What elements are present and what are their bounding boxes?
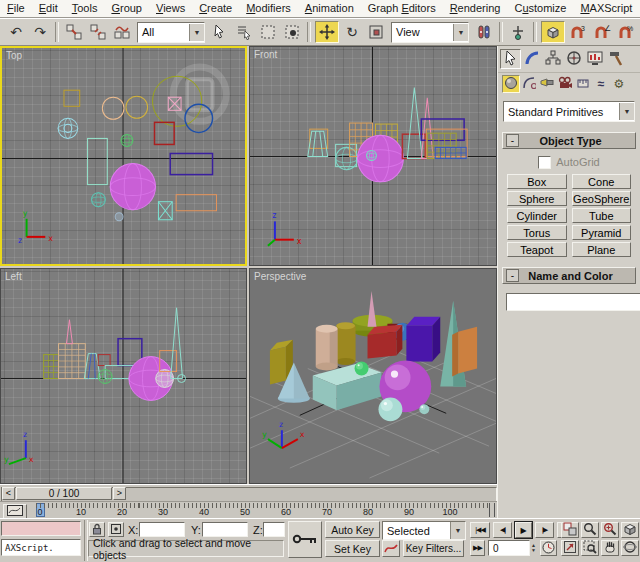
maxscript-mini-listener[interactable]: AXScript. (1, 539, 81, 556)
use-center-flyout-button[interactable] (473, 21, 495, 43)
zoom-extents-all-button[interactable] (561, 522, 579, 538)
viewport-top[interactable]: Top yxz (0, 46, 247, 266)
cylinder-button[interactable]: Cylinder (507, 208, 567, 223)
viewport-left-label[interactable]: Left (5, 271, 22, 282)
key-mode-dropdown[interactable]: Selected ▼ (382, 521, 466, 540)
tube-button[interactable]: Tube (572, 208, 632, 223)
name-and-color-rollout-header[interactable]: - Name and Color (502, 267, 636, 284)
menu-customize[interactable]: Customize (507, 1, 573, 16)
selection-filter-dropdown[interactable]: All ▼ (137, 22, 205, 43)
zoom-extents-button[interactable] (621, 522, 639, 538)
tab-utilities[interactable] (605, 49, 626, 69)
macro-recorder-field[interactable] (1, 521, 81, 536)
viewport-left[interactable]: Left zyx (0, 268, 247, 484)
category-lights[interactable] (538, 75, 556, 93)
redo-button[interactable]: ↷ (29, 21, 51, 43)
select-and-link-button[interactable] (63, 21, 85, 43)
goto-start-button[interactable]: |◀◀ (470, 522, 490, 538)
category-cameras[interactable] (556, 75, 574, 93)
track-bar-ruler[interactable]: 0102030405060708090100 (30, 502, 495, 519)
y-coordinate-field[interactable] (202, 522, 248, 537)
undo-button[interactable]: ↶ (5, 21, 27, 43)
dropdown-arrow-icon[interactable]: ▼ (453, 24, 468, 41)
z-coordinate-field[interactable] (263, 522, 285, 537)
zoom-button[interactable] (581, 522, 599, 538)
category-helpers[interactable] (574, 75, 592, 93)
viewport-top-label[interactable]: Top (6, 50, 22, 61)
object-type-rollout-header[interactable]: - Object Type (502, 132, 636, 149)
select-and-rotate-button[interactable]: ↻ (341, 21, 363, 43)
menu-create[interactable]: Create (192, 1, 239, 16)
viewport-front[interactable]: Front zx (249, 46, 497, 266)
set-key-button[interactable]: Set Key (325, 540, 380, 557)
play-button[interactable]: ▶ (515, 522, 532, 538)
x-coordinate-field[interactable] (139, 522, 185, 537)
zoom-all-button[interactable] (601, 522, 619, 538)
percent-snap-toggle-button[interactable]: % (615, 21, 637, 43)
menu-views[interactable]: Views (149, 1, 192, 16)
viewport-perspective-label[interactable]: Perspective (254, 271, 306, 282)
select-and-manipulate-button[interactable] (507, 21, 529, 43)
auto-key-button[interactable]: Auto Key (325, 521, 380, 538)
window-crossing-toggle-button[interactable] (281, 21, 303, 43)
viewport-front-label[interactable]: Front (254, 49, 277, 60)
category-shapes[interactable] (520, 75, 538, 93)
menu-file[interactable]: File (0, 1, 32, 16)
time-configuration-button[interactable] (540, 540, 557, 556)
key-filters-button[interactable]: Key Filters... (403, 540, 464, 557)
angle-snap-toggle-button[interactable]: ∠ (591, 21, 613, 43)
menu-tools[interactable]: Tools (65, 1, 105, 16)
tab-hierarchy[interactable] (542, 49, 563, 69)
tab-modify[interactable] (521, 49, 542, 69)
unlink-selection-button[interactable] (87, 21, 109, 43)
menu-modifiers[interactable]: Modifiers (239, 1, 298, 16)
dropdown-arrow-icon[interactable]: ▼ (450, 522, 465, 539)
box-button[interactable]: Box (507, 174, 567, 189)
object-name-input[interactable] (506, 293, 640, 311)
geosphere-button[interactable]: GeoSphere (572, 191, 632, 206)
select-object-button[interactable] (209, 21, 231, 43)
tab-motion[interactable] (563, 49, 584, 69)
time-slider-next-button[interactable]: > (113, 487, 126, 500)
mini-curve-editor-button[interactable] (3, 504, 27, 519)
pyramid-button[interactable]: Pyramid (572, 225, 632, 240)
region-zoom-button[interactable] (581, 540, 599, 556)
dropdown-arrow-icon[interactable]: ▼ (189, 24, 204, 41)
absolute-offset-toggle[interactable] (108, 522, 124, 537)
default-tangent-button[interactable] (382, 540, 400, 557)
dropdown-arrow-icon[interactable]: ▼ (619, 103, 634, 120)
pan-button[interactable] (601, 540, 619, 556)
select-by-name-button[interactable] (233, 21, 255, 43)
category-spacewarps[interactable]: ≈ (592, 75, 610, 93)
rectangular-selection-region-button[interactable] (257, 21, 279, 43)
torus-button[interactable]: Torus (507, 225, 567, 240)
viewport-perspective[interactable]: Perspective zyx (249, 268, 497, 484)
plane-button[interactable]: Plane (572, 242, 632, 257)
menu-group[interactable]: Group (104, 1, 149, 16)
select-and-move-button[interactable] (315, 21, 339, 43)
teapot-button[interactable]: Teapot (507, 242, 567, 257)
menu-graph-editors[interactable]: Graph Editors (361, 1, 443, 16)
frame-spinner[interactable]: ▲▼ (531, 540, 536, 556)
time-slider-handle[interactable]: 0 / 100 (16, 487, 112, 500)
select-and-scale-button[interactable] (365, 21, 387, 43)
menu-animation[interactable]: Animation (298, 1, 361, 16)
min-max-toggle-button[interactable] (561, 540, 579, 556)
category-systems[interactable]: ⚙ (610, 75, 628, 93)
primitives-category-dropdown[interactable]: Standard Primitives ▼ (503, 101, 635, 122)
cone-button[interactable]: Cone (572, 174, 632, 189)
snap-mode-flyout-button[interactable]: 3 (567, 21, 589, 43)
collapse-icon[interactable]: - (506, 134, 519, 147)
set-keys-button[interactable] (288, 521, 322, 558)
bind-to-space-warp-button[interactable] (111, 21, 133, 43)
track-bar[interactable]: 0102030405060708090100 (0, 501, 497, 518)
selection-lock-toggle[interactable] (89, 522, 105, 537)
time-slider-prev-button[interactable]: < (2, 487, 15, 500)
menu-rendering[interactable]: Rendering (443, 1, 508, 16)
next-frame-button[interactable]: |▶ (535, 522, 554, 538)
previous-frame-button[interactable]: ◀| (493, 522, 512, 538)
arc-rotate-button[interactable] (621, 540, 639, 556)
sphere-button[interactable]: Sphere (507, 191, 567, 206)
tab-create[interactable] (500, 49, 521, 69)
key-mode-toggle-button[interactable]: ▶▶ (470, 540, 485, 556)
